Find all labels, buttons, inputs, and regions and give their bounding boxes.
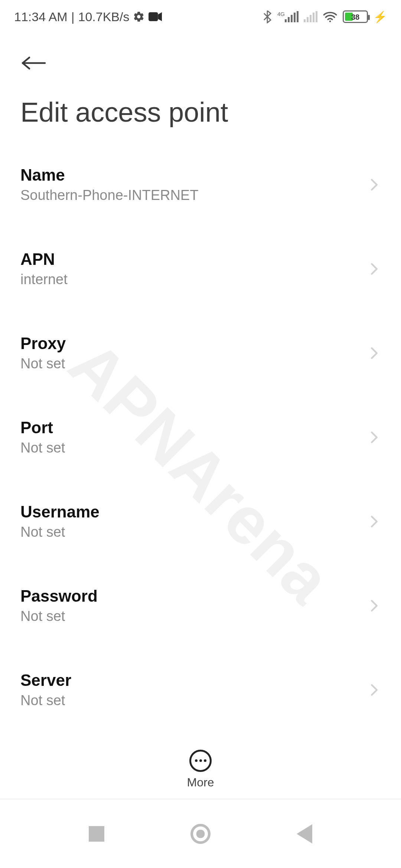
row-label: Proxy	[20, 334, 368, 353]
row-text-group: PortNot set	[20, 418, 368, 456]
row-value: Not set	[20, 693, 368, 708]
settings-row[interactable]: NameSouthern-Phone-INTERNET	[0, 154, 401, 215]
circle-icon	[190, 824, 211, 844]
nav-back-button[interactable]	[293, 823, 316, 845]
row-value: Not set	[20, 524, 368, 540]
row-label: Port	[20, 418, 368, 437]
arrow-left-icon	[20, 54, 47, 72]
chevron-right-icon	[368, 515, 381, 528]
row-text-group: UsernameNot set	[20, 503, 368, 540]
signal-sim1: 4G	[277, 11, 299, 22]
status-right-group: 4G 38 ⚡	[263, 10, 387, 23]
settings-row[interactable]: PasswordNot set	[0, 575, 401, 636]
row-value: Southern-Phone-INTERNET	[20, 187, 368, 203]
network-type-badge: 4G	[277, 12, 285, 16]
settings-row[interactable]: UsernameNot set	[0, 491, 401, 552]
signal-bars-icon	[285, 11, 299, 22]
status-netspeed: 10.7KB/s	[78, 10, 130, 24]
bottom-action-bar: More	[0, 740, 401, 799]
nav-home-button[interactable]	[189, 823, 212, 845]
square-icon	[89, 826, 104, 842]
row-text-group: ProxyNot set	[20, 334, 368, 372]
status-left-group: 11:34 AM | 10.7KB/s	[14, 10, 162, 24]
settings-row[interactable]: ServerNot set	[0, 659, 401, 720]
settings-row[interactable]: APNinternet	[0, 238, 401, 299]
back-button[interactable]	[20, 50, 47, 76]
row-label: APN	[20, 250, 368, 269]
status-time: 11:34 AM	[14, 10, 68, 24]
row-label: Username	[20, 503, 368, 521]
row-text-group: PasswordNot set	[20, 587, 368, 624]
page-title: Edit access point	[0, 93, 401, 143]
row-text-group: NameSouthern-Phone-INTERNET	[20, 166, 368, 203]
more-icon	[189, 750, 212, 772]
signal-sim2-icon	[304, 11, 317, 22]
row-value: Not set	[20, 356, 368, 372]
chevron-right-icon	[368, 178, 381, 191]
settings-row[interactable]: ProxyNot set	[0, 322, 401, 384]
settings-list[interactable]: APNArena NameSouthern-Phone-INTERNETAPNi…	[0, 143, 401, 742]
more-button[interactable]: More	[187, 750, 214, 789]
svg-point-1	[329, 20, 331, 22]
nav-recents-button[interactable]	[85, 823, 108, 845]
gear-icon	[133, 11, 145, 23]
bluetooth-icon	[263, 10, 272, 23]
status-bar: 11:34 AM | 10.7KB/s 4G 38 ⚡	[0, 0, 401, 33]
status-separator: |	[71, 10, 75, 24]
row-value: Not set	[20, 440, 368, 456]
row-text-group: APNinternet	[20, 250, 368, 287]
battery-percent: 38	[344, 13, 367, 22]
charging-bolt-icon: ⚡	[373, 10, 387, 23]
chevron-right-icon	[368, 263, 381, 275]
video-camera-icon	[149, 11, 162, 22]
row-value: Not set	[20, 608, 368, 624]
more-label: More	[187, 776, 214, 789]
wifi-icon	[323, 11, 338, 23]
system-nav-bar	[0, 799, 401, 868]
row-value: internet	[20, 272, 368, 287]
app-bar	[0, 33, 401, 93]
row-label: Password	[20, 587, 368, 605]
row-label: Name	[20, 166, 368, 184]
settings-row[interactable]: PortNot set	[0, 407, 401, 468]
svg-rect-0	[149, 12, 158, 21]
chevron-right-icon	[368, 684, 381, 696]
chevron-right-icon	[368, 599, 381, 612]
triangle-left-icon	[297, 824, 312, 844]
row-text-group: ServerNot set	[20, 671, 368, 708]
row-label: Server	[20, 671, 368, 690]
battery-icon: 38	[343, 10, 368, 23]
chevron-right-icon	[368, 347, 381, 359]
chevron-right-icon	[368, 431, 381, 444]
